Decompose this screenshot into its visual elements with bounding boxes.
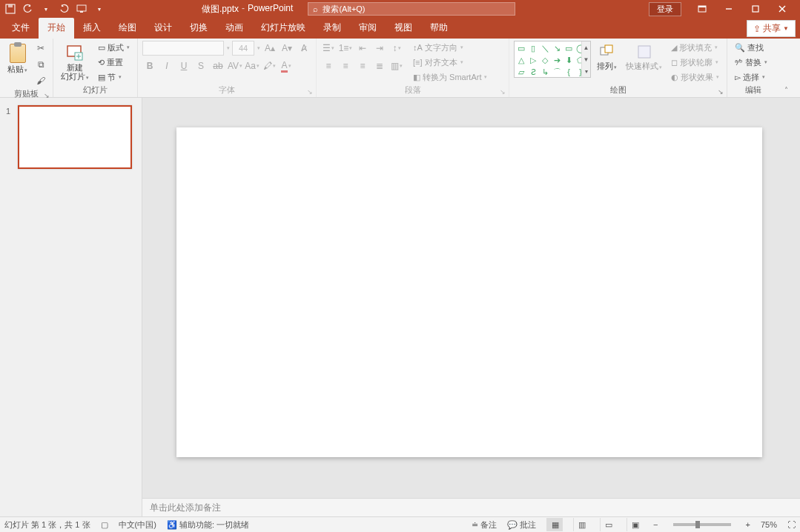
select-button[interactable]: ▻选择▾ [732,70,770,84]
tab-slideshow[interactable]: 幻灯片放映 [252,18,314,39]
dialog-launcher-icon[interactable]: ↘ [718,88,724,96]
increase-font-button[interactable]: A▴ [262,41,277,56]
reading-view-button[interactable]: ▭ [600,518,616,531]
share-button[interactable]: ⇪ 共享 ▼ [747,20,796,37]
quick-styles-button[interactable]: 快速样式▾ [623,41,665,73]
minimize-icon[interactable] [715,0,742,18]
qat-customize-icon[interactable]: ▼ [93,3,105,15]
italic-button[interactable]: I [159,59,174,73]
underline-button[interactable]: U [176,59,191,73]
shape-textbox-icon[interactable]: ▭ [516,43,526,53]
zoom-in-button[interactable]: + [746,520,750,529]
notes-pane[interactable]: 单击此处添加备注 [142,498,800,516]
zoom-level[interactable]: 75% [761,520,777,529]
dialog-launcher-icon[interactable]: ↘ [307,88,313,96]
find-button[interactable]: 🔍查找 [732,41,770,54]
highlight-button[interactable]: 🖍▾ [262,59,277,73]
section-button[interactable]: ▤节▾ [95,70,133,84]
shape-arc-icon[interactable]: ⌒ [552,67,562,77]
shape-downarrow-icon[interactable]: ⬇ [563,55,574,65]
accessibility-status[interactable]: ♿ 辅助功能: 一切就绪 [167,519,249,531]
columns-button[interactable]: ▥▾ [389,59,404,73]
undo-dropdown-icon[interactable]: ▼ [40,3,52,15]
language-status[interactable]: 中文(中国) [119,519,156,531]
normal-view-button[interactable]: ▦ [546,518,563,531]
font-size-dropdown[interactable]: 44 [232,41,254,56]
char-spacing-button[interactable]: AV▾ [228,59,242,73]
text-direction-button[interactable]: ↕A文字方向▾ [410,41,490,54]
cut-button[interactable]: ✂ [33,41,48,56]
zoom-slider-thumb[interactable] [695,521,700,528]
layout-button[interactable]: ▭版式▾ [95,41,133,54]
ribbon-display-options-icon[interactable] [689,0,715,18]
zoom-out-button[interactable]: − [653,520,658,529]
line-spacing-button[interactable]: ↕▾ [389,41,404,56]
notes-toggle[interactable]: ≐ 备注 [472,519,497,531]
shape-rarrow-icon[interactable]: ▷ [528,55,538,65]
shape-effects-button[interactable]: ◐形状效果▾ [668,70,722,84]
decrease-indent-button[interactable]: ⇤ [355,41,370,56]
clear-formatting-button[interactable]: A̷ [297,41,311,56]
collapse-ribbon-icon[interactable]: ˄ [779,39,793,97]
font-family-dropdown[interactable] [142,41,224,56]
comments-toggle[interactable]: 💬 批注 [507,519,536,531]
shape-triangle-icon[interactable]: △ [516,55,526,65]
align-left-button[interactable]: ≡ [321,59,336,73]
shape-outline-button[interactable]: ◻形状轮廓▾ [668,56,722,69]
slideshow-view-button[interactable]: ▣ [627,518,643,531]
shape-fill-button[interactable]: ◢形状填充▾ [668,41,722,54]
tab-transitions[interactable]: 切换 [181,18,216,39]
reset-button[interactable]: ⟲重置 [95,56,133,69]
shape-rarrowbig-icon[interactable]: ➔ [552,55,562,65]
shape-line-icon[interactable]: ＼ [540,43,550,53]
zoom-slider[interactable] [673,523,731,526]
paste-button[interactable]: 粘贴▾ [4,41,30,76]
gallery-more-icon[interactable]: ▾ [582,65,590,77]
redo-icon[interactable] [58,3,70,15]
shape-callout-icon[interactable]: ▱ [516,67,526,77]
tab-record[interactable]: 录制 [314,18,350,39]
shape-brace-icon[interactable]: { [563,67,574,77]
align-text-button[interactable]: [≡]对齐文本▾ [410,56,490,69]
change-case-button[interactable]: Aa▾ [245,59,259,73]
shape-vtextbox-icon[interactable]: ▯ [528,43,538,53]
shape-diamond-icon[interactable]: ◇ [540,55,550,65]
bullets-button[interactable]: ☰▾ [321,41,336,56]
tab-review[interactable]: 审阅 [350,18,386,39]
tab-design[interactable]: 设计 [145,18,181,39]
shape-curve-icon[interactable]: Ƨ [528,67,538,77]
login-button[interactable]: 登录 [649,2,681,16]
copy-button[interactable]: ⧉ [33,57,48,72]
align-center-button[interactable]: ≡ [338,59,353,73]
save-icon[interactable] [4,3,16,15]
format-painter-button[interactable]: 🖌 [33,73,48,88]
slide-sorter-view-button[interactable]: ▥ [573,518,589,531]
align-right-button[interactable]: ≡ [355,59,370,73]
increase-indent-button[interactable]: ⇥ [372,41,387,56]
tab-file[interactable]: 文件 [3,18,39,39]
gallery-up-icon[interactable]: ▲ [582,41,590,53]
convert-smartart-button[interactable]: ◧转换为 SmartArt▾ [410,70,490,84]
replace-button[interactable]: ᵃ⁄ᵇ替换▾ [732,56,770,69]
bold-button[interactable]: B [142,59,157,73]
tab-home[interactable]: 开始 [39,18,74,39]
arrange-button[interactable]: 排列▾ [594,41,620,73]
font-color-button[interactable]: A▾ [279,59,294,73]
tab-help[interactable]: 帮助 [421,18,457,39]
shape-connector-icon[interactable]: ↳ [540,67,550,77]
slide-canvas[interactable] [176,127,762,457]
tab-animations[interactable]: 动画 [216,18,252,39]
fit-to-window-button[interactable]: ⛶ [787,520,796,529]
gallery-down-icon[interactable]: ▼ [582,53,590,65]
strikethrough-button[interactable]: ab [211,59,225,73]
from-beginning-icon[interactable] [76,3,87,15]
shape-arrow-icon[interactable]: ↘ [552,43,562,53]
tab-insert[interactable]: 插入 [74,18,110,39]
chevron-down-icon[interactable]: ▾ [257,45,260,51]
numbering-button[interactable]: 1≡▾ [338,41,353,56]
contextual-spelling-icon[interactable]: ▢ [101,520,108,530]
maximize-icon[interactable] [742,0,769,18]
tab-view[interactable]: 视图 [386,18,421,39]
justify-button[interactable]: ≣ [372,59,387,73]
close-icon[interactable] [769,0,796,18]
